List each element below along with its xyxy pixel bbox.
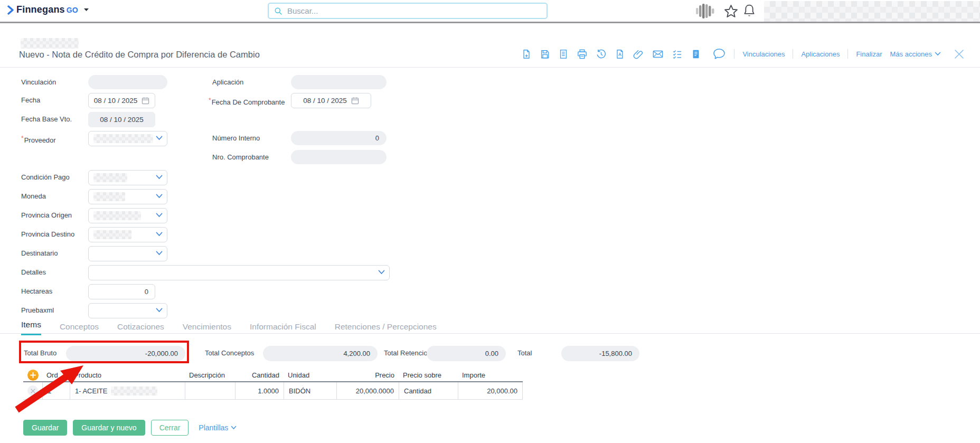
checklist-icon[interactable] (672, 49, 683, 60)
separator (734, 49, 734, 59)
moneda-select[interactable] (88, 189, 167, 204)
provincia-destino-value-redacted (93, 230, 131, 239)
cell-producto[interactable]: 1- ACEITE (70, 382, 185, 399)
fecha-comprobante-value: 08 / 10 / 2025 (303, 97, 347, 105)
brand-logo[interactable]: Finnegans GO (7, 4, 89, 15)
condicion-pago-label: Condición Pago (21, 170, 70, 185)
cell-descripcion[interactable] (185, 382, 235, 399)
guardar-button[interactable]: Guardar (23, 420, 67, 436)
detalles-input[interactable] (88, 265, 390, 280)
chevron-down-icon (231, 426, 237, 430)
app-window: Finnegans GO Nuevo - Nota de Crédito de … (0, 0, 980, 443)
guardar-y-nuevo-button[interactable]: Guardar y nuevo (73, 420, 145, 436)
provincia-origen-label: Provincia Origen (21, 208, 72, 223)
print-icon[interactable] (577, 49, 588, 60)
provincia-destino-select[interactable] (88, 227, 167, 242)
aplicacion-field (291, 75, 387, 89)
history-icon[interactable] (596, 49, 607, 60)
global-search[interactable] (268, 3, 548, 19)
brand-menu-caret-icon[interactable] (83, 8, 89, 12)
col-precio-sobre: Precio sobre (399, 371, 458, 379)
cell-precio-sobre[interactable]: Cantidad (399, 382, 458, 399)
fecha-base-label: Fecha Base Vto. (21, 112, 72, 127)
aplicaciones-link[interactable]: Aplicaciones (801, 50, 840, 58)
chevron-down-icon (156, 308, 163, 313)
new-document-icon[interactable] (521, 49, 532, 60)
delete-row-button[interactable] (27, 385, 38, 396)
cell-cantidad[interactable]: 1.0000 (235, 382, 284, 399)
hectareas-input[interactable]: 0 (88, 284, 155, 299)
plantillas-menu[interactable]: Plantillas (199, 423, 237, 432)
user-account-area-redacted[interactable] (764, 1, 980, 22)
chevron-down-icon (378, 270, 385, 275)
attachment-icon[interactable] (633, 49, 644, 60)
proveedor-value-redacted (93, 134, 153, 143)
hectareas-value: 0 (145, 288, 148, 296)
proveedor-select[interactable] (88, 131, 167, 146)
fecha-value: 08 / 10 / 2025 (94, 97, 138, 105)
items-table-header: Ord Producto Descripción Cantidad Unidad… (23, 369, 523, 382)
star-icon[interactable] (724, 4, 738, 18)
export-document-icon[interactable]: A (615, 49, 625, 60)
save-icon[interactable] (540, 49, 550, 60)
finalizar-link[interactable]: Finalizar (856, 50, 882, 58)
vinculaciones-link[interactable]: Vinculaciones (742, 50, 785, 58)
bell-icon[interactable] (743, 4, 756, 18)
destinatario-select[interactable] (88, 246, 167, 261)
cell-importe[interactable]: 20,000.00 (458, 382, 523, 399)
total-conceptos-label: Total Conceptos (205, 343, 254, 363)
nro-comprobante-label: Nro. Comprobante (212, 150, 269, 165)
sphere-logo-icon[interactable] (696, 3, 714, 19)
document-type-chip-redacted (21, 38, 79, 49)
total-bruto-field: -20,000.00 (66, 346, 185, 361)
separator (793, 49, 793, 59)
moneda-value-redacted (93, 192, 125, 201)
mas-acciones-menu[interactable]: Más acciones (890, 50, 941, 58)
provincia-origen-value-redacted (93, 211, 141, 220)
notes-icon[interactable] (691, 49, 701, 60)
required-marker: * (209, 97, 211, 104)
tabs-divider (0, 333, 980, 334)
detalles-label: Detalles (21, 265, 46, 280)
search-input[interactable] (287, 6, 541, 15)
fecha-comprobante-label: *Fecha De Comprobante (209, 93, 285, 110)
cell-unidad[interactable]: BIDÓN (284, 382, 336, 399)
close-icon[interactable] (954, 49, 964, 59)
provincia-origen-select[interactable] (88, 208, 167, 223)
proveedor-label: *Proveedor (21, 131, 56, 148)
fecha-comprobante-input[interactable]: 08 / 10 / 2025 (291, 93, 371, 108)
pruebaxml-select[interactable] (88, 303, 167, 318)
total-bruto-value: -20,000.00 (66, 346, 185, 361)
numero-interno-value: 0 (291, 131, 387, 145)
add-row-button[interactable] (27, 370, 39, 381)
total-field: -15,800.00 (561, 346, 639, 361)
cerrar-button[interactable]: Cerrar (151, 420, 189, 436)
cell-precio[interactable]: 20,000.0000 (336, 382, 399, 399)
col-ord: Ord (42, 371, 70, 379)
producto-value-redacted (111, 387, 157, 395)
hectareas-label: Hectareas (21, 284, 52, 299)
search-icon (274, 7, 282, 15)
nro-comprobante-field (291, 150, 387, 164)
fecha-input[interactable]: 08 / 10 / 2025 (88, 93, 155, 108)
vinculacion-label: Vinculación (21, 75, 56, 90)
condicion-pago-value-redacted (93, 173, 127, 182)
vinculacion-field (88, 75, 167, 89)
col-unidad: Unidad (284, 371, 336, 379)
copy-document-icon[interactable] (558, 49, 569, 60)
provincia-destino-label: Provincia Destino (21, 227, 74, 242)
condicion-pago-select[interactable] (88, 170, 167, 185)
items-table: Ord Producto Descripción Cantidad Unidad… (23, 369, 523, 400)
numero-interno-label: Número Interno (212, 131, 260, 146)
calendar-icon (142, 97, 149, 105)
chevron-down-icon (156, 213, 163, 218)
chevron-down-icon (156, 175, 163, 180)
comments-icon[interactable] (712, 48, 726, 60)
table-row[interactable]: 1 1- ACEITE 1.0000 BIDÓN 20,000.0000 Can… (23, 382, 523, 400)
fecha-base-field: 08 / 10 / 2025 (88, 112, 155, 127)
total-conceptos-field: 4,200.00 (263, 346, 378, 361)
fecha-label: Fecha (21, 93, 40, 108)
separator (847, 49, 848, 59)
col-cantidad: Cantidad (235, 371, 284, 379)
email-icon[interactable] (652, 49, 664, 60)
